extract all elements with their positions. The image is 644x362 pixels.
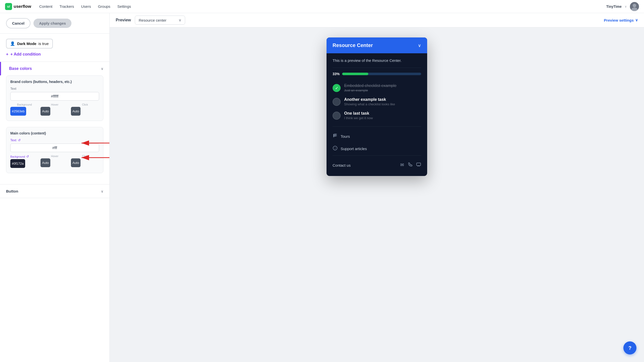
base-colors-title: Base colors [6, 66, 32, 71]
rc-checklist-item-3[interactable]: One last task I think we get it now [333, 109, 421, 122]
brand-bg-button[interactable]: #2563eb [10, 107, 26, 116]
rc-tours-icon [333, 133, 338, 140]
nav-trackers[interactable]: Trackers [59, 4, 74, 9]
rc-checklist-item-2[interactable]: Another example task Showing what a chec… [333, 95, 421, 109]
rc-progress-label: 33% [333, 72, 340, 76]
rc-links: Tours i Support articles [333, 131, 421, 154]
base-colors-chevron: ∨ [101, 67, 103, 71]
rc-contact-row: Contact us ✉ [333, 160, 421, 171]
nav-groups[interactable]: Groups [98, 4, 110, 9]
brand-hover-button[interactable]: Auto [41, 107, 50, 116]
main-click-button[interactable]: Auto [71, 158, 81, 167]
condition-arrow [104, 36, 110, 49]
brand-hover-label: Hover [41, 103, 69, 106]
left-panel: Cancel Apply changes 👤 Dark Mode is true [0, 13, 110, 362]
nav-users[interactable]: Users [81, 4, 91, 9]
preview-content: Resource Center ∨ This is a preview of t… [110, 27, 644, 362]
add-condition-button[interactable]: + + Add condition [6, 52, 103, 57]
rc-contact-phone-icon[interactable] [408, 162, 413, 168]
rc-body: This is a preview of the Resource Center… [327, 53, 427, 176]
brand-click-button[interactable]: Auto [71, 107, 81, 116]
rc-support-link[interactable]: i Support articles [333, 143, 421, 154]
help-bubble[interactable]: ? [623, 341, 636, 354]
main-hover-label: Hover [41, 155, 69, 158]
rc-item-2-subtitle: Showing what a checklist looks like [344, 102, 395, 106]
main-text-reset-icon[interactable]: ↺ [18, 138, 21, 142]
plus-icon: + [6, 52, 8, 57]
brand-hover-col: Hover Auto [41, 103, 69, 116]
main-click-label: Click [71, 155, 99, 158]
main-colors-title: Main colors (content) [10, 131, 99, 135]
rc-item-2-icon [333, 98, 341, 106]
condition-person-icon: 👤 [10, 41, 15, 46]
preview-settings-label: Preview settings [604, 18, 634, 22]
main-text-label: Text ↺ [10, 138, 99, 142]
rc-item-3-subtitle: I think we get it now [344, 116, 373, 120]
brand-text-label: Text [10, 87, 99, 90]
svg-point-1 [633, 4, 636, 7]
top-nav: u/ userflow Content Trackers Users Group… [0, 0, 644, 13]
button-section-chevron[interactable]: ∨ [101, 189, 103, 193]
resource-center-widget: Resource Center ∨ This is a preview of t… [327, 37, 427, 176]
nav-settings[interactable]: Settings [117, 4, 131, 9]
company-name: TinyTime [606, 5, 622, 9]
condition-badge[interactable]: 👤 Dark Mode is true [6, 39, 53, 49]
rc-header: Resource Center ∨ [327, 37, 427, 53]
rc-item-3-icon [333, 112, 341, 120]
main-bg-button[interactable]: #0f172a [10, 159, 25, 168]
nav-content[interactable]: Content [39, 4, 53, 9]
rc-checklist-item-1[interactable]: ✓ Embedded checklist example Just an exa… [333, 81, 421, 95]
preview-dropdown[interactable]: Resource center ∨ [135, 16, 185, 25]
main-bg-label: Background ↺ [10, 155, 38, 158]
svg-text:i: i [335, 147, 335, 150]
main-text-input[interactable] [10, 144, 99, 152]
rc-support-icon: i [333, 146, 338, 152]
rc-title: Resource Center [333, 42, 373, 48]
company-chevron[interactable]: ∨ [625, 5, 627, 8]
cancel-button[interactable]: Cancel [6, 18, 30, 28]
logo[interactable]: u/ userflow [5, 3, 31, 10]
rc-item-2-title: Another example task [344, 97, 395, 102]
main-bg-reset-icon[interactable]: ↺ [26, 155, 29, 158]
brand-click-col: Click Auto [71, 103, 99, 116]
rc-progress-row: 33% [333, 72, 421, 76]
brand-colors-title: Brand colors (buttons, headers, etc.) [10, 80, 99, 84]
rc-contact-chat-icon[interactable] [416, 162, 421, 168]
button-section: Button ∨ [0, 185, 109, 198]
rc-progress-bar-fill [342, 73, 368, 75]
rc-checklist: ✓ Embedded checklist example Just an exa… [333, 81, 421, 122]
nav-links: Content Trackers Users Groups Settings [39, 4, 598, 9]
rc-contact-label: Contact us [333, 163, 351, 167]
main-click-col: Click Auto [71, 155, 99, 168]
main-layout: Cancel Apply changes 👤 Dark Mode is true [0, 13, 644, 362]
rc-tours-link[interactable]: Tours [333, 131, 421, 142]
rc-contact-email-icon[interactable]: ✉ [400, 162, 404, 168]
right-area: Preview Resource center ∨ Preview settin… [110, 13, 644, 362]
apply-changes-button[interactable]: Apply changes [33, 19, 71, 28]
rc-item-3-title: One last task [344, 111, 373, 116]
brand-text-input[interactable] [10, 92, 99, 101]
rc-item-1-icon: ✓ [333, 84, 341, 92]
rc-item-2-text: Another example task Showing what a chec… [344, 97, 395, 106]
main-colors-group: Main colors (content) Text ↺ [6, 127, 103, 173]
section-content: Brand colors (buttons, headers, etc.) Te… [0, 75, 109, 184]
base-colors-header[interactable]: Base colors ∨ [0, 62, 109, 75]
preview-settings-button[interactable]: Preview settings ∨ [604, 18, 638, 22]
rc-divider-1 [333, 68, 421, 68]
rc-item-1-text: Embedded checklist example Just an examp… [344, 83, 396, 92]
preview-settings-chevron: ∨ [635, 18, 638, 22]
main-hover-button[interactable]: Auto [41, 158, 50, 167]
condition-section: 👤 Dark Mode is true + + Add condition [0, 34, 109, 62]
svg-rect-9 [417, 163, 421, 166]
rc-progress-bar-bg [342, 73, 421, 75]
rc-header-chevron[interactable]: ∨ [418, 43, 421, 48]
main-bg-col: Background ↺ #0f172a [10, 155, 38, 168]
brand-click-label: Click [71, 103, 99, 106]
rc-item-1-title: Embedded checklist example [344, 83, 396, 88]
preview-bar: Preview Resource center ∨ Preview settin… [110, 13, 644, 27]
rc-divider-2 [333, 126, 421, 127]
brand-bg-col: Background #2563eb [10, 103, 38, 116]
rc-item-1-subtitle: Just an example [344, 88, 396, 92]
base-colors-section: Base colors ∨ Brand colors (buttons, hea… [0, 62, 109, 185]
avatar[interactable] [630, 2, 639, 11]
